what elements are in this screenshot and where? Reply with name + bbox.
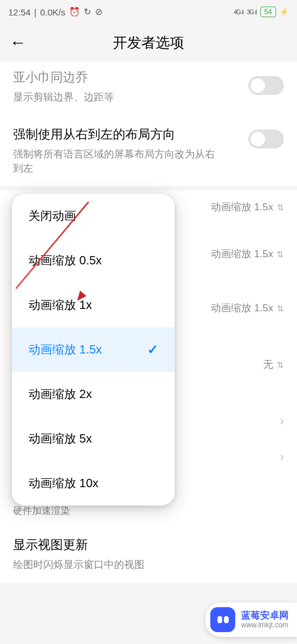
back-button[interactable]: ←	[10, 33, 26, 52]
check-icon: ✓	[147, 342, 158, 358]
dialog-option-1x[interactable]: 动画缩放 1x	[12, 283, 175, 327]
toggle-layout-bounds[interactable]	[248, 76, 284, 95]
status-bar: 12:54 | 0.0K/s ⏰ ↻ ⊘ 4G ıl 3G ıl 54 ⚡	[0, 0, 297, 24]
updown-icon: ⇅	[277, 360, 284, 370]
sync-icon: ↻	[84, 7, 91, 17]
updown-icon: ⇅	[277, 203, 284, 212]
setting-value: 动画缩放 1.5x	[211, 200, 273, 214]
signal-4g: 4G ıl	[233, 9, 243, 15]
status-time: 12:54	[8, 7, 31, 17]
status-divider: |	[34, 7, 37, 17]
setting-layout-bounds[interactable]: 亚小巾同边乔 显示剪辑边界、边距等	[0, 62, 297, 115]
charging-icon: ⚡	[280, 8, 289, 16]
watermark: 蓝莓安卓网 www.lmkjt.com	[206, 602, 297, 637]
animation-scale-dialog: 关闭动画 动画缩放 0.5x 动画缩放 1x 动画缩放 1.5x ✓ 动画缩放 …	[12, 194, 175, 506]
battery-indicator: 54	[260, 7, 276, 17]
watermark-name: 蓝莓安卓网	[241, 610, 289, 621]
dialog-option-5x[interactable]: 动画缩放 5x	[12, 416, 175, 461]
setting-value: 无	[263, 358, 273, 371]
setting-desc: 绘图时闪烁显示窗口中的视图	[13, 558, 215, 572]
watermark-url: www.lmkjt.com	[241, 621, 289, 629]
signal-3g: 3G ıl	[247, 9, 257, 15]
updown-icon: ⇅	[277, 304, 284, 313]
toggle-force-rtl[interactable]	[248, 130, 284, 149]
app-header: ← 开发者选项	[0, 24, 297, 62]
setting-value: 动画缩放 1.5x	[211, 301, 273, 315]
setting-desc: 显示剪辑边界、边距等	[13, 90, 215, 105]
alarm-icon: ⏰	[69, 7, 80, 17]
status-right: 4G ıl 3G ıl 54 ⚡	[233, 7, 289, 17]
dialog-option-off[interactable]: 关闭动画	[12, 194, 175, 238]
dialog-option-1-5x[interactable]: 动画缩放 1.5x ✓	[12, 327, 175, 372]
chevron-right-icon: ›	[280, 414, 284, 428]
status-left: 12:54 | 0.0K/s ⏰ ↻ ⊘	[8, 7, 103, 17]
setting-value: 动画缩放 1.5x	[211, 247, 273, 261]
dialog-option-2x[interactable]: 动画缩放 2x	[12, 372, 175, 416]
dialog-option-0-5x[interactable]: 动画缩放 0.5x	[12, 238, 175, 283]
setting-show-view-updates[interactable]: 显示视图更新 绘图时闪烁显示窗口中的视图	[0, 526, 297, 583]
setting-desc: 强制将所有语言区域的屏幕布局方向改为从右到左	[13, 147, 215, 176]
dnd-icon: ⊘	[95, 7, 103, 17]
updown-icon: ⇅	[277, 250, 284, 259]
status-net-speed: 0.0K/s	[40, 7, 65, 17]
setting-force-rtl[interactable]: 强制使用从右到左的布局方向 强制将所有语言区域的屏幕布局方向改为从右到左	[0, 115, 297, 187]
setting-title: 亚小巾同边乔	[13, 69, 284, 86]
dialog-option-10x[interactable]: 动画缩放 10x	[12, 461, 175, 506]
chevron-right-icon: ›	[280, 450, 284, 463]
setting-title: 显示视图更新	[13, 536, 284, 553]
page-title: 开发者选项	[113, 33, 184, 52]
setting-title: 强制使用从右到左的布局方向	[13, 126, 284, 143]
watermark-logo-icon	[210, 607, 235, 632]
